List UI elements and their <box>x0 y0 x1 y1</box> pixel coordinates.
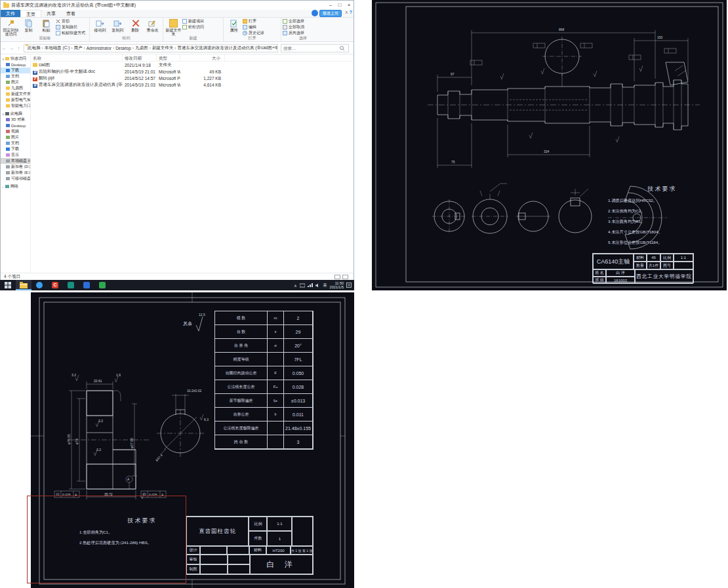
sidebar-item-local-disk-c[interactable]: 本地磁盘 (C:) <box>1 158 30 164</box>
sidebar-item-downloads[interactable]: 下载 <box>1 68 30 73</box>
up-button[interactable]: ↑ <box>15 46 22 50</box>
input-indicator[interactable]: 英 <box>323 283 327 288</box>
open-button[interactable]: 打开 <box>243 18 264 24</box>
crumb[interactable]: 本地磁盘 (C:) <box>44 45 71 51</box>
sidebar-item-downloads[interactable]: 下载 <box>1 146 30 152</box>
sidebar-item-desktop[interactable]: Desktop <box>1 62 30 68</box>
sidebar-item-music[interactable]: 音乐 <box>1 152 30 158</box>
sidebar-item-3d-objects[interactable]: 3D 对象 <box>1 117 30 123</box>
crumb[interactable]: 用户 <box>73 45 83 51</box>
taskbar-browser[interactable] <box>31 280 47 290</box>
crumb[interactable]: Administrator <box>86 46 112 50</box>
file-row[interactable]: W普通车床交流调速的改造设计及运动仿真 (带cad图+中文翻译).doc 201… <box>31 81 354 88</box>
select-all-button[interactable]: 全部选择 <box>283 18 304 24</box>
close-button[interactable]: × <box>344 1 354 10</box>
paste-icon <box>42 19 51 28</box>
spec-label: 精度等级 <box>215 353 268 366</box>
cut-button[interactable]: 剪切 <box>56 18 85 24</box>
paste-button[interactable]: 粘贴 <box>37 18 55 32</box>
sidebar-item-removable-f[interactable]: 可移动磁盘 (F:) <box>1 176 30 182</box>
3d-objects-icon <box>6 118 10 121</box>
sidebar-item-folder[interactable]: 智能电力口袋书资料 <box>1 103 30 109</box>
sidebar-section-this-pc[interactable]: ∨此电脑 <box>1 111 30 117</box>
crumb[interactable]: Desktop <box>115 46 132 50</box>
search-box[interactable] <box>281 44 349 52</box>
clock[interactable]: 11:50 2021/1/5 <box>330 281 344 289</box>
sidebar-item-volume-e[interactable]: 新加卷 (E:) <box>1 170 30 176</box>
copy-button[interactable]: 复制 <box>20 18 37 32</box>
tray-chevron-icon[interactable]: ∧ <box>294 283 296 288</box>
sidebar-item-desktop[interactable]: Desktop <box>1 123 30 128</box>
sidebar-section-network[interactable]: ›网络 <box>1 184 30 189</box>
qty-value: 1 <box>267 531 292 546</box>
column-header-size[interactable]: 大小 <box>180 54 225 61</box>
taskbar-teal-app[interactable] <box>63 280 79 290</box>
action-center-icon[interactable] <box>346 283 352 288</box>
file-row[interactable]: P翻转.ppt 2014/5/12 14:57 Microsoft Powe… … <box>31 75 354 81</box>
sidebar-item-pictures[interactable]: 图片 <box>1 134 30 140</box>
file-explorer-icon <box>20 282 28 288</box>
sidebar-item-folder[interactable]: 新型电气实习相关资料 <box>1 97 30 103</box>
documents-icon <box>6 75 10 78</box>
search-input[interactable] <box>281 46 339 50</box>
column-header-date[interactable]: 修改日期 <box>123 54 157 61</box>
sidebar-item-documents[interactable]: 文档 <box>1 140 30 146</box>
move-to-button[interactable]: 移动到 <box>91 18 109 32</box>
help-icon[interactable]: ? <box>350 10 352 14</box>
sidebar-item-documents[interactable]: 文档 <box>1 73 30 79</box>
gear-title-block: 直齿圆柱齿轮 比例 1:1 件数 1 设计 材料 HT200 共 1 张 第 1… <box>186 516 313 575</box>
tab-view[interactable]: 查看 <box>61 10 81 17</box>
forward-button[interactable]: → <box>8 46 15 50</box>
crumb[interactable]: 九鼎图 <box>134 45 149 51</box>
edit-button[interactable]: 编辑 <box>243 24 264 30</box>
design-label: 设计 <box>186 546 200 555</box>
breadcrumb[interactable]: 此电脑› 本地磁盘 (C:)› 用户› Administrator› Deskt… <box>24 44 278 52</box>
volume-icon[interactable] <box>315 283 321 288</box>
minimize-button[interactable]: – <box>326 1 335 10</box>
title-bar[interactable]: 普通车床交流调速的改造设计及运动仿真 (带cad图+中文翻译) – □ × <box>1 1 354 10</box>
copy-to-button[interactable]: 复制到 <box>109 18 127 32</box>
network-icon[interactable] <box>308 283 313 288</box>
move-to-icon <box>96 19 104 28</box>
rename-button[interactable]: 重命名 <box>144 18 161 32</box>
column-header-name[interactable]: 名称 <box>31 54 123 61</box>
taskbar-green-app[interactable] <box>94 280 110 290</box>
spec-value: 29 <box>284 325 313 339</box>
drive-icon <box>6 171 10 174</box>
start-button[interactable] <box>0 280 16 290</box>
crumb[interactable]: 此电脑 <box>27 45 41 51</box>
copy-path-button[interactable]: 复制路径 <box>56 24 85 30</box>
pin-quick-access-button[interactable]: 固定到快速访问 <box>2 18 20 36</box>
taskbar-red-app[interactable]: C <box>47 280 63 290</box>
cloud-upload-badge[interactable]: 极速上传 <box>312 9 342 17</box>
back-button[interactable]: ← <box>1 46 8 50</box>
sidebar-item-pictures[interactable]: 图片 <box>1 79 30 85</box>
new-item-button[interactable]: 新建项目 <box>182 18 204 24</box>
sidebar-item-folder[interactable]: 九鼎图 <box>1 85 30 91</box>
tab-share[interactable]: 共享 <box>41 10 61 17</box>
file-row[interactable]: cad图 2021/1/4 9:18 文件夹 <box>31 62 354 68</box>
file-row[interactable]: W齿轮和轴的介绍-中文翻译.doc 2014/5/19 21:01 Micros… <box>31 68 354 75</box>
tab-home[interactable]: 主页 <box>20 10 41 17</box>
crumb[interactable]: 普通车床交流调速的改造设计及运动仿真 (带cad图+中文翻译) <box>177 45 279 51</box>
taskbar-blue-app[interactable] <box>79 280 94 290</box>
maximize-button[interactable]: □ <box>335 1 344 10</box>
delete-button[interactable]: 删除 <box>127 18 144 32</box>
touch-keyboard-icon[interactable] <box>300 283 305 288</box>
properties-button[interactable]: 属性 <box>225 18 243 32</box>
column-header-type[interactable]: 类型 <box>157 54 180 61</box>
copy-icon <box>24 19 33 28</box>
sidebar-item-folder[interactable]: 新建文件夹 <box>1 91 30 97</box>
collapse-ribbon-icon[interactable]: ∧ <box>345 10 348 14</box>
easy-access-button[interactable]: 轻松访问 <box>182 24 204 30</box>
sidebar-item-volume-d[interactable]: 新加卷 (D:) <box>1 164 30 170</box>
crumb[interactable]: 新建文件夹 <box>152 45 174 51</box>
thumbnail-view-icon[interactable] <box>342 275 348 279</box>
new-folder-button[interactable]: 新建文件夹 <box>165 18 182 36</box>
tab-file[interactable]: 文件 <box>1 10 20 17</box>
sidebar-section-quick-access[interactable]: ∨快速访问 <box>1 56 30 62</box>
list-view-icon[interactable] <box>334 275 340 279</box>
select-none-button[interactable]: 全部取消 <box>283 24 304 30</box>
taskbar-file-explorer[interactable] <box>16 280 31 290</box>
sidebar-item-videos[interactable]: 视频 <box>1 128 30 134</box>
